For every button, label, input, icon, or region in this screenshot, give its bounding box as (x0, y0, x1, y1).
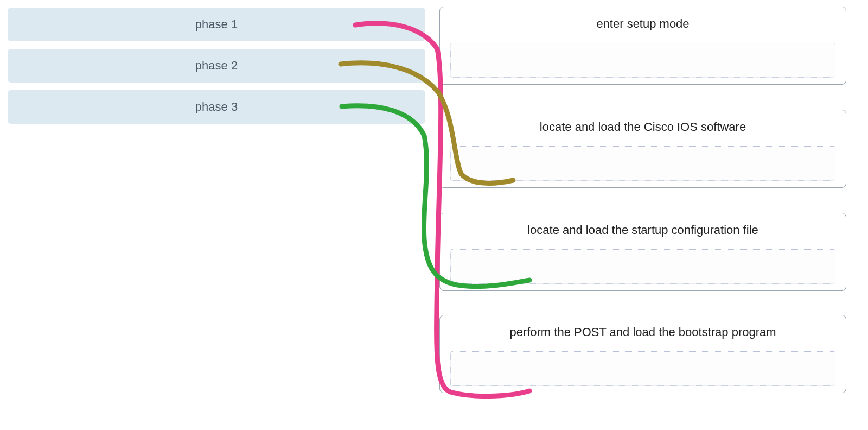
answer-label: enter setup mode (596, 17, 689, 31)
phase-label: phase 2 (195, 59, 238, 73)
drop-slot[interactable] (450, 43, 835, 78)
phase-label: phase 1 (195, 17, 238, 31)
drop-slot[interactable] (450, 351, 835, 386)
drop-slot[interactable] (450, 249, 835, 284)
phase-source-3[interactable]: phase 3 (8, 90, 425, 124)
phase-source-2[interactable]: phase 2 (8, 49, 425, 83)
answer-label: locate and load the startup configuratio… (527, 223, 758, 237)
answer-box-4: perform the POST and load the bootstrap … (439, 315, 846, 393)
answer-box-1: enter setup mode (439, 7, 846, 85)
phase-label: phase 3 (195, 100, 238, 114)
phase-source-1[interactable]: phase 1 (8, 8, 425, 41)
answer-label: perform the POST and load the bootstrap … (509, 325, 776, 339)
drop-slot[interactable] (450, 146, 835, 181)
answer-box-2: locate and load the Cisco IOS software (439, 110, 846, 188)
answer-box-3: locate and load the startup configuratio… (439, 213, 846, 291)
answer-label: locate and load the Cisco IOS software (540, 120, 746, 134)
